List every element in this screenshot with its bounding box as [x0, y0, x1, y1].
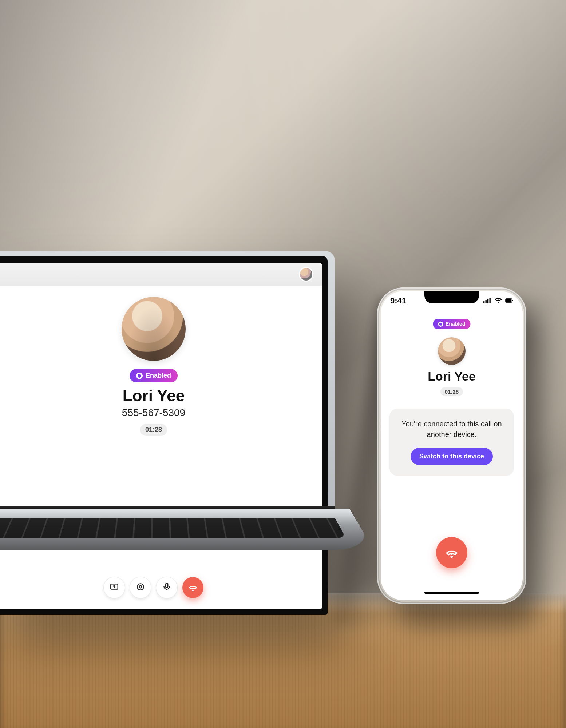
contact-phone: 555-567-5309 [122, 407, 185, 419]
status-time: 9:41 [390, 296, 406, 306]
phone-call-view: Enabled Lori Yee 01:28 You're connected … [381, 317, 523, 600]
status-dot-icon [136, 373, 143, 379]
svg-rect-7 [490, 298, 491, 303]
browser-toolbar [0, 263, 322, 286]
cellular-signal-icon [483, 296, 491, 306]
svg-rect-10 [512, 300, 513, 301]
wifi-icon [494, 296, 502, 306]
laptop-device: Enabled Lori Yee 555-567-5309 01:28 [0, 251, 335, 629]
scene-background: Enabled Lori Yee 555-567-5309 01:28 [0, 0, 566, 728]
laptop-keyboard [0, 518, 346, 538]
call-duration-chip: 01:28 [440, 387, 463, 396]
status-dot-icon [438, 321, 443, 326]
switch-device-button[interactable]: Switch to this device [411, 448, 493, 465]
home-indicator[interactable] [424, 592, 479, 594]
contact-avatar [122, 297, 186, 361]
enabled-badge: Enabled [130, 369, 178, 382]
contact-name: Lori Yee [428, 369, 476, 383]
contact-name: Lori Yee [123, 387, 185, 405]
hangup-icon [445, 545, 458, 560]
enabled-badge-label: Enabled [146, 372, 171, 379]
phone-device: 9:41 Enabled [377, 287, 526, 604]
record-icon [136, 582, 145, 593]
share-screen-icon [110, 582, 119, 593]
hangup-button[interactable] [436, 537, 467, 568]
svg-rect-6 [487, 299, 488, 303]
enabled-badge-label: Enabled [446, 321, 466, 327]
account-avatar[interactable] [300, 268, 312, 281]
svg-rect-9 [506, 299, 511, 302]
laptop-call-view: Enabled Lori Yee 555-567-5309 01:28 [0, 286, 322, 609]
phone-notch [424, 291, 479, 303]
svg-rect-3 [166, 583, 168, 588]
svg-rect-4 [483, 301, 484, 303]
svg-point-1 [137, 584, 143, 590]
microphone-icon [162, 582, 171, 593]
mute-button[interactable] [156, 577, 177, 598]
record-button[interactable] [130, 577, 151, 598]
svg-point-2 [139, 586, 142, 588]
other-device-message: You're connected to this call on another… [399, 419, 504, 440]
hangup-icon [188, 582, 198, 593]
laptop-screen: Enabled Lori Yee 555-567-5309 01:28 [0, 263, 322, 609]
enabled-badge: Enabled [433, 319, 471, 329]
phone-screen: 9:41 Enabled [381, 291, 523, 600]
status-right [483, 296, 513, 306]
call-duration-chip: 01:28 [140, 424, 167, 436]
contact-avatar [438, 337, 466, 365]
other-device-card: You're connected to this call on another… [389, 409, 514, 476]
svg-rect-5 [486, 300, 487, 303]
share-screen-button[interactable] [104, 577, 125, 598]
call-controls [0, 577, 322, 598]
hangup-button[interactable] [182, 577, 203, 598]
battery-icon [505, 296, 513, 306]
